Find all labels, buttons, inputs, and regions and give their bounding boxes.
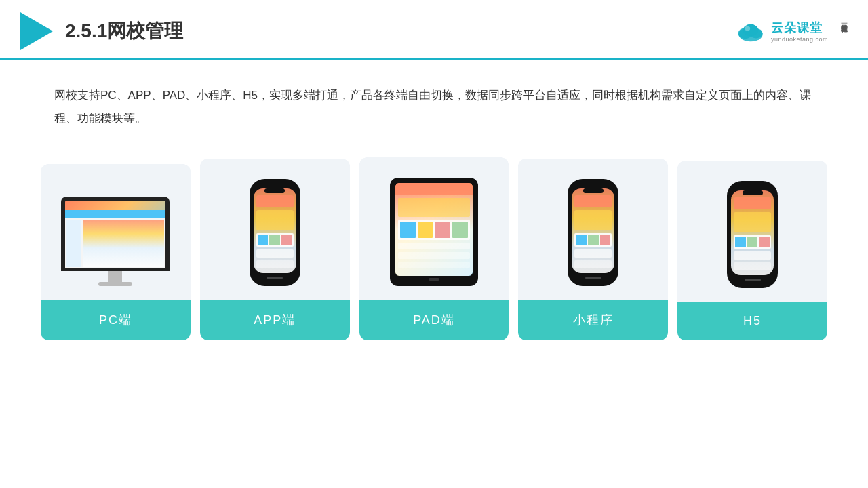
description-paragraph: 网校支持PC、APP、PAD、小程序、H5，实现多端打通，产品各终端自由切换，数… [54, 84, 814, 130]
page-title: 2.5.1网校管理 [65, 18, 183, 44]
brand-url: yunduoketang.com [771, 36, 828, 43]
svg-point-3 [743, 24, 758, 37]
card-miniprogram: 小程序 [518, 159, 668, 340]
pc-monitor-icon [61, 197, 170, 286]
card-miniprogram-label: 小程序 [518, 300, 668, 340]
device-cards-container: PC端 [0, 144, 868, 367]
card-pc: PC端 [41, 164, 191, 340]
pc-image-area [41, 164, 191, 300]
miniprogram-phone-icon [568, 179, 618, 286]
h5-phone-icon [727, 181, 778, 288]
header-left: 2.5.1网校管理 [20, 12, 183, 50]
tablet-icon [390, 178, 478, 286]
h5-image-area [677, 161, 827, 302]
header-right: 云朵课堂 yunduoketang.com 教育机构一站式服务云平台 [734, 19, 848, 43]
card-pad-label: PAD端 [359, 300, 509, 340]
card-h5-label: H5 [677, 302, 827, 340]
card-pad: PAD端 [359, 157, 509, 340]
card-app-label: APP端 [200, 300, 350, 340]
card-pc-label: PC端 [41, 300, 191, 340]
brand-logo: 云朵课堂 yunduoketang.com 教育机构一站式服务云平台 [734, 19, 848, 43]
svg-point-4 [745, 26, 750, 30]
logo-triangle-icon [20, 12, 53, 50]
brand-text-block: 云朵课堂 yunduoketang.com [771, 20, 828, 43]
card-h5: H5 [677, 161, 827, 340]
brand-name: 云朵课堂 [771, 20, 823, 36]
pad-image-area [359, 157, 509, 300]
brand-tagline: 教育机构一站式服务云平台 [835, 20, 848, 43]
page-header: 2.5.1网校管理 云朵课堂 yunduoketang.com 教育机构一站式服… [0, 0, 868, 60]
cloud-icon [734, 19, 767, 43]
app-phone-icon [250, 179, 300, 286]
description-text: 网校支持PC、APP、PAD、小程序、H5，实现多端打通，产品各终端自由切换，数… [0, 60, 868, 144]
app-image-area [200, 159, 350, 300]
miniprogram-image-area [518, 159, 668, 300]
card-app: APP端 [200, 159, 350, 340]
